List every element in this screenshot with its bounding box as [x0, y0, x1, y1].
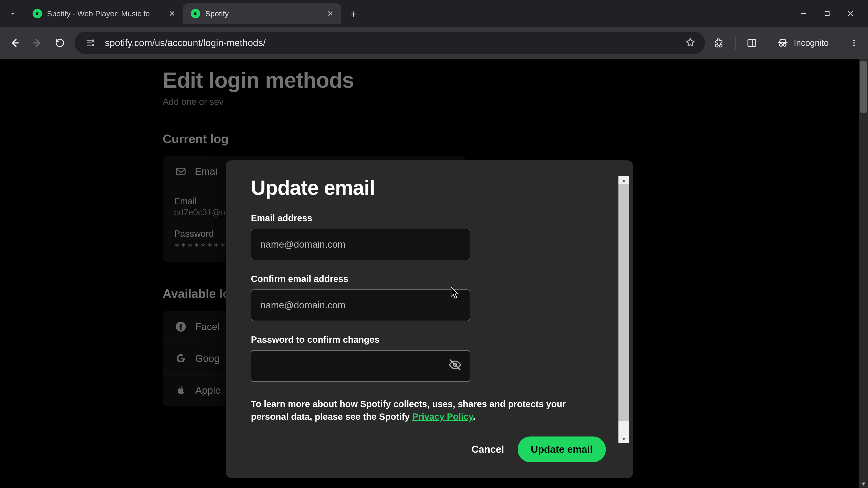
password-label: Password to confirm changes	[251, 335, 608, 345]
svg-point-7	[92, 44, 94, 46]
window-controls	[798, 7, 864, 20]
modal-body: Update email Email address name@domain.c…	[226, 160, 633, 430]
nav-reload-button[interactable]	[52, 35, 68, 51]
tab-close-button[interactable]: ✕	[168, 9, 176, 18]
scroll-down-arrow-icon[interactable]: ▾	[618, 435, 629, 443]
password-visibility-toggle[interactable]	[448, 358, 462, 374]
modal-scrollbar[interactable]: ▴ ▾	[618, 176, 629, 443]
tab-close-button[interactable]: ✕	[326, 9, 335, 18]
extensions-icon[interactable]	[712, 36, 726, 50]
svg-point-14	[853, 40, 855, 41]
svg-point-6	[92, 40, 94, 42]
tab-spotify-account[interactable]: Spotify ✕	[183, 3, 341, 24]
svg-rect-2	[801, 13, 806, 14]
eye-off-icon	[448, 358, 462, 371]
update-email-button[interactable]: Update email	[518, 436, 606, 462]
window-maximize-button[interactable]	[821, 7, 833, 20]
svg-point-12	[783, 43, 786, 46]
email-label: Email address	[251, 213, 608, 223]
nav-forward-button[interactable]	[29, 35, 45, 51]
privacy-policy-link[interactable]: Privacy Policy	[412, 412, 473, 422]
incognito-label: Incognito	[794, 38, 829, 48]
spotify-favicon-icon	[191, 9, 200, 18]
svg-point-15	[853, 42, 855, 43]
spotify-favicon-icon	[33, 9, 42, 18]
svg-point-16	[853, 45, 855, 46]
tab-search-dropdown[interactable]	[4, 5, 21, 22]
toolbar-actions: Incognito	[712, 33, 861, 53]
arrow-left-icon	[9, 37, 20, 48]
privacy-note: To learn more about how Spotify collects…	[251, 398, 567, 423]
browser-toolbar: spotify.com/us/account/login-methods/ In…	[0, 27, 868, 59]
password-input[interactable]	[251, 350, 470, 382]
reload-icon	[55, 37, 65, 48]
confirm-email-input[interactable]: name@domain.com	[251, 289, 470, 321]
page-scrollbar[interactable]: ▴ ▾	[859, 59, 868, 488]
window-minimize-button[interactable]	[798, 7, 810, 20]
cancel-button[interactable]: Cancel	[471, 444, 504, 455]
toolbar-separator	[735, 36, 736, 50]
email-input-placeholder: name@domain.com	[260, 239, 345, 250]
tab-title: Spotify	[205, 9, 321, 18]
tab-title: Spotify - Web Player: Music fo	[47, 9, 163, 18]
arrow-right-icon	[32, 37, 43, 48]
modal-title: Update email	[251, 176, 608, 199]
new-tab-button[interactable]: ＋	[345, 5, 362, 22]
incognito-chip[interactable]: Incognito	[768, 33, 838, 53]
confirm-email-label: Confirm email address	[251, 274, 608, 284]
nav-back-button[interactable]	[7, 35, 23, 51]
chevron-down-icon	[8, 9, 17, 18]
confirm-email-input-placeholder: name@domain.com	[260, 300, 345, 311]
scroll-thumb[interactable]	[860, 61, 867, 113]
omnibox[interactable]: spotify.com/us/account/login-methods/	[74, 32, 705, 54]
incognito-icon	[777, 37, 788, 48]
kebab-menu-icon	[850, 39, 858, 47]
svg-point-11	[779, 43, 782, 46]
scroll-thumb[interactable]	[618, 184, 629, 421]
scroll-down-arrow-icon[interactable]: ▾	[859, 479, 868, 488]
window-close-button[interactable]	[844, 7, 857, 20]
omnibox-url: spotify.com/us/account/login-methods/	[105, 37, 677, 48]
email-input[interactable]: name@domain.com	[251, 229, 470, 260]
browser-tabstrip: Spotify - Web Player: Music fo ✕ Spotify…	[0, 0, 868, 27]
tab-spotify-webplayer[interactable]: Spotify - Web Player: Music fo ✕	[25, 3, 183, 24]
scroll-up-arrow-icon[interactable]: ▴	[618, 176, 629, 184]
sidepanel-icon[interactable]	[745, 36, 759, 50]
bookmark-star-icon[interactable]	[685, 37, 696, 49]
page-area: Edit login methods Add one or sev Curren…	[0, 59, 868, 488]
update-email-modal: Update email Email address name@domain.c…	[226, 160, 633, 478]
modal-footer: Cancel Update email	[226, 430, 633, 478]
browser-menu-button[interactable]	[847, 36, 861, 50]
svg-rect-3	[825, 11, 829, 16]
site-settings-icon[interactable]	[84, 36, 97, 50]
